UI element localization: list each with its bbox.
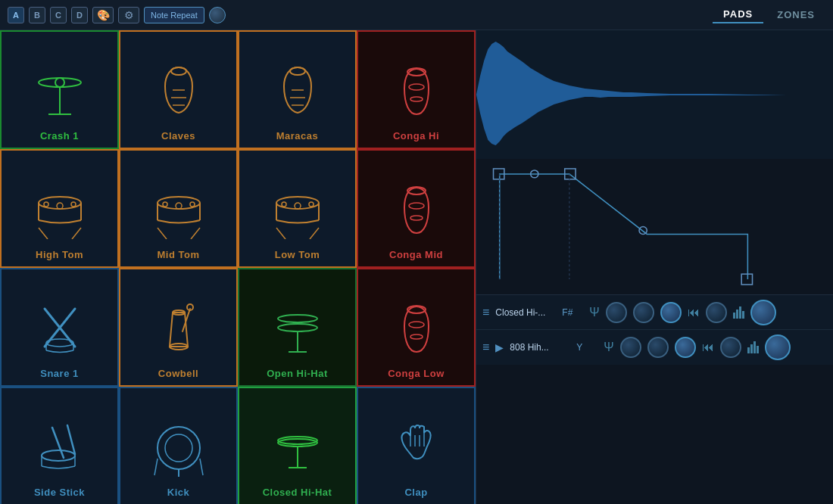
pad-conga-hi[interactable]: Conga Hi — [357, 30, 476, 149]
pad-claves[interactable]: Claves — [119, 30, 238, 149]
top-bar: A B C D 🎨 ⚙ Note Repeat PADS ZONES — [0, 0, 833, 30]
pad-closed-hihat-label: Closed Hi-Hat — [263, 487, 332, 498]
svg-line-21 — [39, 228, 48, 239]
strip2-main-knob[interactable] — [765, 334, 791, 360]
strip1-prev-icon[interactable]: ⏮ — [688, 306, 700, 319]
note-repeat-button[interactable]: Note Repeat — [144, 7, 204, 23]
svg-point-14 — [410, 97, 423, 101]
kick-icon — [148, 416, 209, 477]
svg-rect-79 — [476, 159, 833, 294]
pad-conga-low[interactable]: Conga Low — [357, 268, 476, 387]
clap-icon — [386, 416, 447, 477]
pad-maracas-label: Maracas — [276, 130, 319, 142]
tab-controls: PADS ZONES — [713, 6, 825, 23]
pad-low-tom[interactable]: Low Tom — [238, 149, 357, 268]
pad-clap[interactable]: Clap — [357, 387, 476, 504]
bank-a[interactable]: A — [8, 7, 24, 23]
svg-line-29 — [158, 228, 167, 239]
strip2-note: Y — [576, 342, 597, 353]
strip2-menu-icon[interactable]: ≡ — [482, 341, 489, 354]
bank-controls: A B C D 🎨 ⚙ Note Repeat — [8, 7, 226, 23]
svg-point-57 — [410, 334, 423, 339]
pad-cowbell-label: Cowbell — [158, 368, 198, 379]
conga-low-icon — [386, 297, 447, 358]
pad-clap-label: Clap — [404, 487, 427, 498]
strip1-knob2[interactable] — [633, 302, 654, 323]
strip2-play-icon[interactable]: ▶ — [495, 341, 504, 353]
pad-conga-mid[interactable]: Conga Mid — [357, 149, 476, 268]
svg-point-52 — [278, 324, 317, 331]
pad-low-tom-label: Low Tom — [275, 249, 320, 260]
strip1-menu-icon[interactable]: ≡ — [482, 306, 489, 319]
strip2-knob2[interactable] — [647, 337, 669, 358]
pad-open-hihat[interactable]: Open Hi-Hat — [238, 268, 357, 387]
mid-tom-icon — [148, 179, 209, 239]
cowbell-icon — [148, 297, 209, 358]
strip1-y-icon: Ψ — [589, 306, 599, 319]
svg-line-67 — [154, 459, 158, 475]
strip2-prev-icon[interactable]: ⏮ — [702, 341, 714, 354]
svg-point-28 — [176, 203, 182, 209]
svg-point-34 — [282, 202, 286, 207]
strip2-knob3[interactable] — [675, 337, 696, 358]
pad-closed-hihat[interactable]: Closed Hi-Hat — [238, 387, 357, 504]
svg-line-61 — [52, 428, 64, 458]
strip1-knob1[interactable] — [606, 302, 627, 323]
svg-point-13 — [409, 84, 424, 90]
svg-line-62 — [67, 425, 75, 454]
pad-maracas[interactable]: Maracas — [238, 30, 357, 149]
bank-c[interactable]: C — [50, 7, 67, 23]
closed-hihat-icon — [267, 416, 328, 477]
svg-line-37 — [276, 228, 285, 239]
high-tom-icon — [30, 179, 90, 239]
svg-line-22 — [72, 228, 81, 239]
pad-high-tom[interactable]: High Tom — [0, 149, 119, 268]
tab-zones[interactable]: ZONES — [766, 6, 825, 23]
pad-conga-mid-label: Conga Mid — [389, 249, 443, 260]
pad-mid-tom-label: Mid Tom — [158, 249, 200, 260]
pad-kick[interactable]: Kick — [119, 387, 238, 504]
conga-mid-icon — [386, 179, 447, 239]
pad-snare1[interactable]: Snare 1 — [0, 268, 119, 387]
right-panel: ≡ Closed Hi-... F# Ψ ⏮ ≡ — [476, 30, 833, 504]
pad-high-tom-label: High Tom — [36, 249, 83, 260]
bank-b[interactable]: B — [29, 7, 45, 23]
tempo-knob[interactable] — [209, 7, 226, 23]
waveform-area — [476, 30, 833, 159]
strip2-knob1[interactable] — [620, 337, 641, 358]
maracas-icon — [267, 60, 328, 120]
strip1-knob4[interactable] — [706, 302, 727, 323]
strip2-volume-icon[interactable] — [747, 341, 759, 353]
claves-icon — [148, 60, 209, 120]
svg-line-38 — [310, 228, 319, 239]
svg-point-19 — [71, 202, 76, 207]
tab-pads[interactable]: PADS — [713, 6, 763, 23]
svg-point-58 — [42, 450, 75, 461]
sliders-icon[interactable]: ⚙ — [118, 7, 139, 23]
svg-point-27 — [190, 202, 195, 207]
pad-crash1[interactable]: Crash 1 — [0, 30, 119, 149]
pad-claves-label: Claves — [161, 130, 195, 142]
strip1-name: Closed Hi-... — [495, 307, 556, 318]
strip-808-hihat: ≡ ▶ 808 Hih... Y Ψ ⏮ — [476, 330, 833, 365]
strip2-name: 808 Hih... — [510, 342, 570, 353]
strip1-volume-icon[interactable] — [733, 306, 744, 319]
svg-point-20 — [57, 203, 63, 209]
svg-point-26 — [163, 202, 167, 207]
strip1-main-knob[interactable] — [750, 300, 776, 325]
pad-mid-tom[interactable]: Mid Tom — [119, 149, 238, 268]
strip1-knob3[interactable] — [660, 302, 682, 323]
instrument-strips: ≡ Closed Hi-... F# Ψ ⏮ ≡ — [476, 295, 833, 504]
strip2-knob4[interactable] — [720, 337, 741, 358]
envelope-area — [476, 159, 833, 295]
pad-cowbell[interactable]: Cowbell — [119, 268, 238, 387]
svg-point-51 — [278, 315, 317, 322]
pad-side-stick[interactable]: Side Stick — [0, 387, 119, 504]
strip2-y-icon: Ψ — [604, 341, 613, 354]
svg-point-1 — [55, 78, 64, 87]
svg-point-36 — [295, 203, 301, 209]
side-stick-icon — [30, 416, 90, 477]
bank-d[interactable]: D — [71, 7, 88, 23]
palette-icon[interactable]: 🎨 — [92, 7, 114, 23]
svg-point-0 — [39, 78, 81, 87]
